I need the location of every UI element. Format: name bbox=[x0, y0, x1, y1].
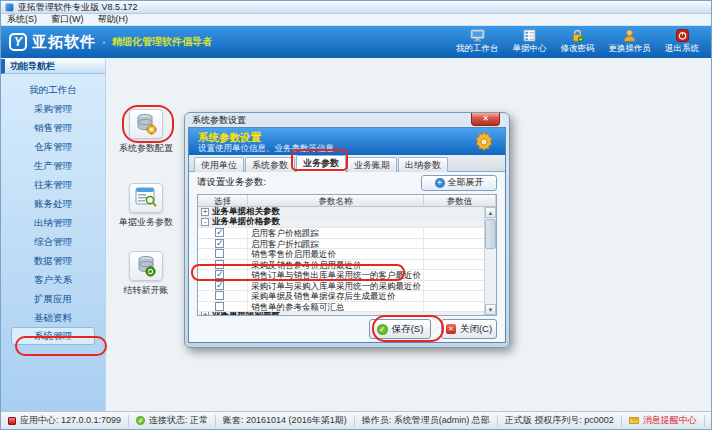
menu-system[interactable]: 系统(S) bbox=[7, 13, 37, 26]
status-bar: 应用中心: 127.0.0.1:7099 ✓ 连接状态: 正常 账套: 2016… bbox=[1, 411, 711, 429]
quick-link-label: 修改密码 bbox=[561, 43, 595, 55]
sidebar-item-comprehensive[interactable]: 综合管理 bbox=[1, 232, 105, 251]
expand-plus-icon[interactable]: + bbox=[201, 312, 209, 316]
main-panel: 系统参数配置 单据业务参数 结转新开账 系统参数设置 ✕ 系统参数设置 bbox=[106, 59, 711, 411]
sidebar-item-system-management[interactable]: 系统管理 bbox=[11, 327, 95, 345]
checkbox-unchecked[interactable] bbox=[215, 291, 224, 300]
collapse-minus-icon[interactable]: - bbox=[201, 218, 209, 226]
table-row-group-clipped[interactable]: +业务单据限制参数 bbox=[198, 312, 484, 316]
navigation-sidebar: 功能导航栏 我的工作台 采购管理 销售管理 仓库管理 生产管理 往来管理 账务处… bbox=[1, 59, 106, 411]
param-value bbox=[424, 239, 484, 249]
dialog-title: 系统参数设置 bbox=[192, 114, 246, 127]
menu-help[interactable]: 帮助(H) bbox=[98, 13, 129, 26]
dialog-tabs: 使用单位 系统参数 业务参数 业务账期 出纳参数 bbox=[189, 155, 505, 172]
tab-system-params[interactable]: 系统参数 bbox=[245, 157, 295, 172]
checkbox-unchecked[interactable] bbox=[215, 302, 224, 311]
scroll-thumb[interactable] bbox=[485, 219, 496, 249]
dialog-footer: ✓ 保存(S) ✕ 关闭(C) bbox=[189, 316, 505, 342]
tab-usage-unit[interactable]: 使用单位 bbox=[194, 157, 244, 172]
dialog-close-icon[interactable]: ✕ bbox=[471, 113, 500, 126]
feature-carry-forward[interactable]: 结转新开账 bbox=[114, 251, 178, 297]
table-scrollbar[interactable]: ▲ ▼ bbox=[484, 207, 496, 315]
dialog-toolbar: 请设置业务参数: ✳ 全部展开 bbox=[189, 172, 505, 193]
message-center-icon bbox=[629, 417, 639, 424]
quick-link-label: 单据中心 bbox=[513, 43, 547, 55]
sidebar-item-extensions[interactable]: 扩展应用 bbox=[1, 289, 105, 308]
status-connection: ✓ 连接状态: 正常 bbox=[129, 415, 216, 427]
quick-links: 我的工作台 单据中心 修改密码 更换操作员 退出系统 bbox=[456, 29, 703, 55]
sidebar-item-my-workbench[interactable]: 我的工作台 bbox=[1, 80, 105, 99]
tab-cashier-params[interactable]: 出纳参数 bbox=[398, 157, 448, 172]
database-gear-icon bbox=[134, 112, 158, 136]
status-caller-device: 未检测到来电设备 bbox=[705, 415, 712, 427]
param-value bbox=[424, 281, 484, 291]
quick-link-workbench[interactable]: 我的工作台 bbox=[456, 29, 499, 55]
menu-window[interactable]: 窗口(W) bbox=[51, 13, 84, 26]
table-row-group[interactable]: -业务单据价格参数 bbox=[198, 218, 484, 229]
sidebar-item-accounting[interactable]: 账务处理 bbox=[1, 194, 105, 213]
status-text: 消息提醒中心 bbox=[643, 414, 697, 427]
checkbox-checked[interactable] bbox=[215, 228, 224, 237]
quick-link-document-center[interactable]: 单据中心 bbox=[513, 29, 547, 55]
sidebar-item-data[interactable]: 数据管理 bbox=[1, 251, 105, 270]
param-name: 采购订单与采购入库单采用统一的采购最近价 bbox=[248, 281, 424, 291]
scroll-up-icon[interactable]: ▲ bbox=[485, 207, 496, 218]
column-select: 选择 bbox=[198, 195, 248, 206]
sidebar-items: 我的工作台 采购管理 销售管理 仓库管理 生产管理 往来管理 账务处理 出纳管理… bbox=[1, 74, 105, 345]
feature-document-business-params[interactable]: 单据业务参数 bbox=[114, 183, 178, 229]
tab-business-period[interactable]: 业务账期 bbox=[347, 157, 397, 172]
change-password-lock-icon bbox=[570, 29, 585, 42]
expand-plus-icon[interactable]: + bbox=[201, 208, 209, 216]
sidebar-item-contacts[interactable]: 往来管理 bbox=[1, 175, 105, 194]
quick-link-label: 退出系统 bbox=[665, 43, 699, 55]
status-message-center[interactable]: 消息提醒中心 bbox=[622, 415, 705, 427]
dialog-titlebar: 系统参数设置 ✕ bbox=[185, 113, 509, 127]
sidebar-item-warehouse[interactable]: 仓库管理 bbox=[1, 137, 105, 156]
sidebar-item-customer-relations[interactable]: 客户关系 bbox=[1, 270, 105, 289]
checkbox-unchecked[interactable] bbox=[215, 260, 224, 269]
feature-label: 结转新开账 bbox=[114, 284, 178, 297]
quick-link-label: 更换操作员 bbox=[609, 43, 652, 55]
feature-label: 单据业务参数 bbox=[114, 216, 178, 229]
checkbox-checked[interactable] bbox=[215, 281, 224, 290]
sidebar-item-production[interactable]: 生产管理 bbox=[1, 156, 105, 175]
status-text: 账套: 20161014 (2016年第1期) bbox=[223, 414, 347, 427]
checkbox-unchecked[interactable] bbox=[215, 249, 224, 258]
switch-operator-user-icon bbox=[622, 29, 637, 42]
status-operator: 操作员: 系统管理员(admin) 总部 bbox=[355, 415, 498, 427]
expand-all-icon: ✳ bbox=[435, 178, 445, 188]
close-button[interactable]: ✕ 关闭(C) bbox=[441, 319, 497, 339]
param-name: 启用客户折扣跟踪 bbox=[248, 239, 424, 249]
close-button-label: 关闭(C) bbox=[460, 323, 492, 336]
param-name: 启用客户价格跟踪 bbox=[248, 228, 424, 238]
sidebar-item-purchase[interactable]: 采购管理 bbox=[1, 99, 105, 118]
expand-all-label: 全部展开 bbox=[448, 176, 484, 189]
sidebar-item-cashier[interactable]: 出纳管理 bbox=[1, 213, 105, 232]
save-button[interactable]: ✓ 保存(S) bbox=[369, 319, 431, 339]
checkbox-checked[interactable] bbox=[215, 270, 224, 279]
sidebar-item-basic-data[interactable]: 基础资料 bbox=[1, 308, 105, 327]
tab-business-params[interactable]: 业务参数 bbox=[296, 155, 346, 172]
feature-label: 系统参数配置 bbox=[114, 142, 178, 155]
quick-link-exit-system[interactable]: 退出系统 bbox=[665, 29, 699, 55]
feature-system-parameter-config[interactable]: 系统参数配置 bbox=[114, 109, 178, 155]
status-text: 应用中心: 127.0.0.1:7099 bbox=[20, 414, 121, 427]
params-prompt: 请设置业务参数: bbox=[197, 176, 266, 189]
sidebar-item-sales[interactable]: 销售管理 bbox=[1, 118, 105, 137]
workbench-monitor-icon bbox=[470, 29, 485, 42]
window-title: 亚拓管理软件专业版 V8.5.172 bbox=[18, 1, 138, 14]
expand-all-button[interactable]: ✳ 全部展开 bbox=[421, 175, 497, 191]
scroll-down-icon[interactable]: ▼ bbox=[485, 304, 496, 315]
content-area: 功能导航栏 我的工作台 采购管理 销售管理 仓库管理 生产管理 往来管理 账务处… bbox=[1, 59, 711, 411]
quick-link-switch-operator[interactable]: 更换操作员 bbox=[609, 29, 652, 55]
system-parameter-dialog: 系统参数设置 ✕ 系统参数设置 设置使用单位信息、业务参数等信息 使用单位 系统… bbox=[184, 112, 510, 348]
app-icon bbox=[5, 3, 14, 12]
brand-name: 亚拓软件 bbox=[32, 33, 96, 52]
dialog-body: 系统参数设置 设置使用单位信息、业务参数等信息 使用单位 系统参数 业务参数 业… bbox=[188, 127, 506, 343]
group-label: 业务单据限制参数 bbox=[212, 312, 280, 316]
checkbox-checked[interactable] bbox=[215, 239, 224, 248]
close-x-icon: ✕ bbox=[446, 324, 456, 334]
quick-link-change-password[interactable]: 修改密码 bbox=[561, 29, 595, 55]
status-text: 操作员: 系统管理员(admin) 总部 bbox=[362, 414, 490, 427]
form-search-icon bbox=[134, 186, 158, 210]
